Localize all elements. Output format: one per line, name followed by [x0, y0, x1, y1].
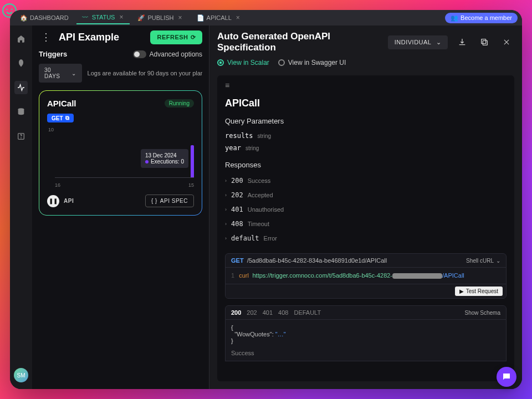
method-pill[interactable]: GET ⧉ — [47, 114, 74, 122]
response-json: { "WowQuotes": "…" } Success — [225, 320, 507, 361]
response-row[interactable]: › 408 Timeout — [225, 217, 507, 231]
param-name: results — [225, 132, 253, 140]
refresh-icon: ⟳ — [191, 34, 196, 41]
chevron-down-icon: ⌄ — [496, 258, 500, 264]
chevron-right-icon: › — [225, 207, 227, 212]
sidebar-item-activity[interactable] — [14, 81, 28, 94]
resp-tab-408[interactable]: 408 — [278, 309, 288, 316]
chat-fab[interactable] — [497, 367, 516, 387]
redacted-segment — [392, 273, 442, 279]
response-label: Success — [248, 177, 271, 184]
response-code: 202 — [231, 191, 243, 199]
view-scalar-radio[interactable]: View in Scalar — [217, 59, 269, 66]
response-row[interactable]: › default Error — [225, 231, 507, 245]
tab-dashboard[interactable]: 🏠 DASHBOARD — [14, 12, 74, 23]
code-path: /5ad8dba6-b45c-4282-834a-be46891d0e1d/AP… — [247, 257, 387, 264]
resp-tab-202[interactable]: 202 — [247, 309, 257, 316]
become-member-button[interactable]: 👥 Become a member — [445, 13, 518, 23]
more-icon[interactable]: ⋮ — [39, 30, 53, 44]
test-request-button[interactable]: ▶ Test Request — [455, 287, 503, 296]
response-code: default — [231, 234, 259, 242]
menu-icon[interactable]: ≡ — [225, 81, 507, 90]
resp-tab-default[interactable]: DEFAULT — [294, 309, 321, 316]
sidebar-item-rocket[interactable] — [14, 57, 28, 70]
svg-point-1 — [6, 9, 8, 11]
triggers-heading: Triggers — [39, 50, 67, 58]
api-spec-button[interactable]: { } API SPEC — [145, 195, 194, 207]
sidebar-item-home[interactable] — [14, 32, 28, 45]
activity-icon: 〰 — [82, 14, 89, 21]
radio-label: View in Scalar — [227, 59, 269, 66]
tooltip-exec: Executions: 0 — [151, 158, 184, 165]
trigger-card[interactable]: APICall Running GET ⧉ 10 — [39, 90, 202, 216]
resp-tab-401[interactable]: 401 — [263, 309, 273, 316]
param-type: string — [258, 133, 271, 139]
close-icon[interactable]: × — [235, 14, 241, 22]
url-end: /APICall — [442, 272, 464, 279]
response-row[interactable]: › 200 Success — [225, 173, 507, 188]
pause-button[interactable]: ❚❚ — [47, 195, 59, 207]
tab-label: DASHBOARD — [30, 14, 69, 21]
logs-retention-msg: Logs are available for 90 days on your p… — [88, 70, 202, 76]
tab-label: STATUS — [92, 14, 115, 21]
tab-status[interactable]: 〰 STATUS × — [76, 11, 130, 24]
date-range-select[interactable]: 30 DAYS ⌄ — [39, 64, 82, 83]
sidebar-item-database[interactable] — [14, 105, 28, 119]
page-title: API Example — [59, 32, 145, 43]
y-tick-10: 10 — [48, 127, 54, 132]
advanced-label: Advanced options — [150, 50, 202, 58]
status-badge: Running — [165, 99, 194, 108]
close-icon[interactable]: × — [118, 13, 124, 21]
svg-point-2 — [11, 9, 13, 11]
close-button[interactable] — [499, 34, 514, 50]
advanced-toggle[interactable] — [133, 50, 146, 58]
svg-rect-7 — [482, 39, 486, 44]
responses-heading: Responses — [225, 161, 507, 169]
close-icon[interactable]: × — [177, 14, 183, 22]
method-label: GET — [52, 115, 63, 121]
x-tick-start: 16 — [55, 182, 60, 188]
braces-icon: { } — [151, 198, 157, 204]
file-icon: 📄 — [197, 14, 203, 21]
view-swagger-radio[interactable]: View in Swagger UI — [278, 59, 346, 66]
spec-title: Auto Generated OpenAPI Specification — [217, 31, 381, 53]
sidebar-item-help[interactable] — [14, 130, 28, 143]
radio-label: View in Swagger UI — [288, 59, 346, 66]
param-name: year — [225, 144, 241, 152]
tooltip-date: 13 Dec 2024 — [145, 152, 184, 158]
param-type: string — [245, 145, 259, 151]
response-sublabel: Success — [231, 350, 500, 356]
response-tabs: 200 202 401 408 DEFAULT Show Schema — [225, 305, 507, 320]
code-method: GET — [231, 257, 244, 264]
show-schema-button[interactable]: Show Schema — [465, 310, 500, 316]
shell-select[interactable]: Shell cURL ⌄ — [466, 258, 500, 264]
spec-panel: Auto Generated OpenAPI Specification IND… — [209, 25, 522, 389]
triggers-panel: ⋮ API Example REFRESH ⟳ Triggers Advance… — [32, 25, 209, 389]
response-code: 401 — [231, 206, 243, 213]
download-button[interactable] — [454, 34, 470, 50]
copy-button[interactable] — [477, 34, 492, 50]
param-row: results string — [225, 130, 507, 142]
refresh-button[interactable]: REFRESH ⟳ — [150, 30, 202, 44]
copy-icon: ⧉ — [65, 115, 69, 121]
chart-tooltip: 13 Dec 2024 Executions: 0 — [141, 149, 188, 168]
sidebar: SM — [10, 25, 32, 389]
scope-select[interactable]: INDIVIDUAL ⌄ — [388, 35, 448, 49]
executions-chart: 10 16 15 13 Dec 2024 — [47, 127, 194, 188]
resp-tab-200[interactable]: 200 — [231, 309, 241, 316]
tab-apicall[interactable]: 📄 APICALL × — [191, 12, 247, 24]
svg-point-5 — [21, 137, 22, 138]
chevron-down-icon: ⌄ — [71, 70, 76, 76]
api-label: API — [64, 198, 74, 204]
tab-publish[interactable]: 🚀 PUBLISH × — [132, 12, 188, 24]
chevron-right-icon: › — [225, 192, 227, 198]
refresh-label: REFRESH — [157, 34, 188, 40]
home-icon: 🏠 — [20, 14, 27, 21]
avatar[interactable]: SM — [14, 368, 28, 382]
chevron-right-icon: › — [225, 178, 227, 183]
response-row[interactable]: › 202 Accepted — [225, 188, 507, 202]
response-label: Accepted — [248, 192, 273, 198]
response-row[interactable]: › 401 Unauthorised — [225, 202, 507, 217]
line-number: 1 — [231, 272, 234, 279]
rocket-icon: 🚀 — [137, 14, 144, 21]
